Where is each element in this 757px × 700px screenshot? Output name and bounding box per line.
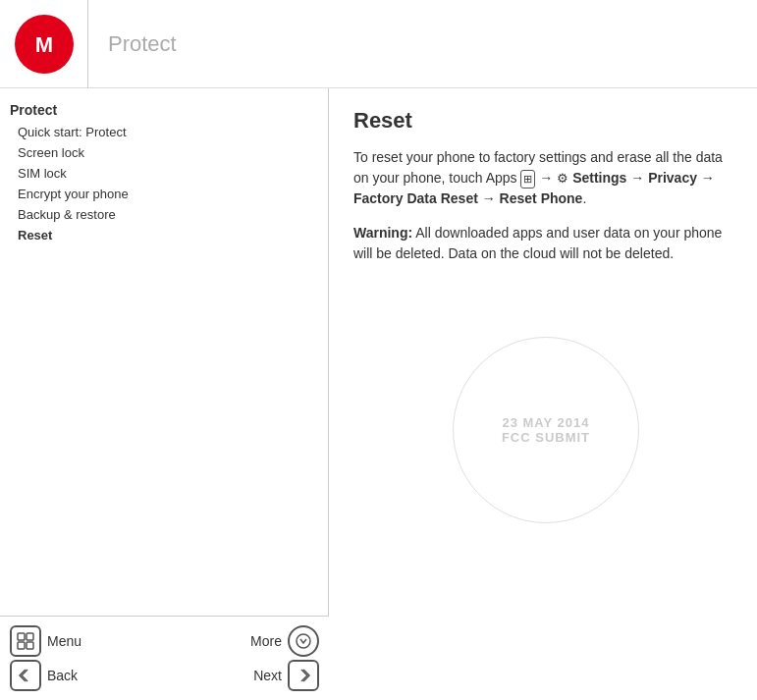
bottom-nav: Menu More bbox=[0, 616, 329, 700]
content-paragraph-1: To reset your phone to factory settings … bbox=[353, 147, 732, 209]
back-label: Back bbox=[47, 668, 106, 683]
back-icon bbox=[10, 660, 41, 691]
more-button[interactable]: More bbox=[223, 625, 319, 657]
svg-rect-3 bbox=[27, 633, 33, 640]
header: M Protect bbox=[0, 0, 757, 88]
apps-icon-inline: ⊞ bbox=[520, 170, 535, 188]
svg-rect-5 bbox=[27, 642, 33, 649]
sidebar-item-encrypt[interactable]: Encrypt your phone bbox=[0, 184, 328, 204]
sidebar-item-quickstart[interactable]: Quick start: Protect bbox=[0, 122, 328, 142]
motorola-m-icon: M bbox=[26, 26, 63, 63]
content-area: Reset To reset your phone to factory set… bbox=[329, 88, 757, 700]
arrow1: → bbox=[539, 170, 557, 186]
next-label: Next bbox=[223, 668, 282, 683]
content-title: Reset bbox=[353, 108, 732, 134]
more-icon bbox=[288, 625, 319, 657]
menu-button[interactable]: Menu bbox=[10, 625, 106, 657]
back-button[interactable]: Back bbox=[10, 660, 106, 691]
sidebar-item-screenlock[interactable]: Screen lock bbox=[0, 142, 328, 163]
page-title: Protect bbox=[108, 31, 177, 57]
sidebar: Protect Quick start: Protect Screen lock… bbox=[0, 88, 329, 700]
main-layout: Protect Quick start: Protect Screen lock… bbox=[0, 88, 757, 700]
warning-label: Warning: bbox=[353, 225, 412, 241]
bottom-nav-row-1: Menu More bbox=[10, 625, 319, 657]
svg-rect-4 bbox=[18, 642, 25, 649]
more-label: More bbox=[223, 633, 282, 649]
sidebar-section-title: Protect bbox=[0, 98, 328, 122]
next-icon bbox=[288, 660, 319, 691]
svg-point-6 bbox=[297, 634, 310, 648]
sidebar-item-simlock[interactable]: SIM lock bbox=[0, 163, 328, 184]
motorola-logo: M bbox=[15, 15, 74, 74]
content-warning: Warning: All downloaded apps and user da… bbox=[353, 223, 732, 264]
svg-rect-2 bbox=[18, 633, 25, 640]
bottom-nav-row-2: Back Next bbox=[10, 660, 319, 691]
svg-text:M: M bbox=[34, 32, 52, 57]
fcc-watermark-circle: 23 MAY 2014 FCC SUBMIT bbox=[453, 337, 639, 523]
sidebar-item-backup[interactable]: Backup & restore bbox=[0, 204, 328, 225]
logo-container: M bbox=[0, 0, 88, 88]
gear-icon-inline: ⚙ bbox=[557, 169, 568, 188]
menu-icon bbox=[10, 625, 41, 657]
fcc-submit: FCC SUBMIT bbox=[502, 430, 590, 445]
fcc-date: 23 MAY 2014 bbox=[502, 415, 589, 430]
next-button[interactable]: Next bbox=[223, 660, 319, 691]
sidebar-item-reset[interactable]: Reset bbox=[0, 225, 328, 245]
menu-label: Menu bbox=[47, 633, 106, 649]
